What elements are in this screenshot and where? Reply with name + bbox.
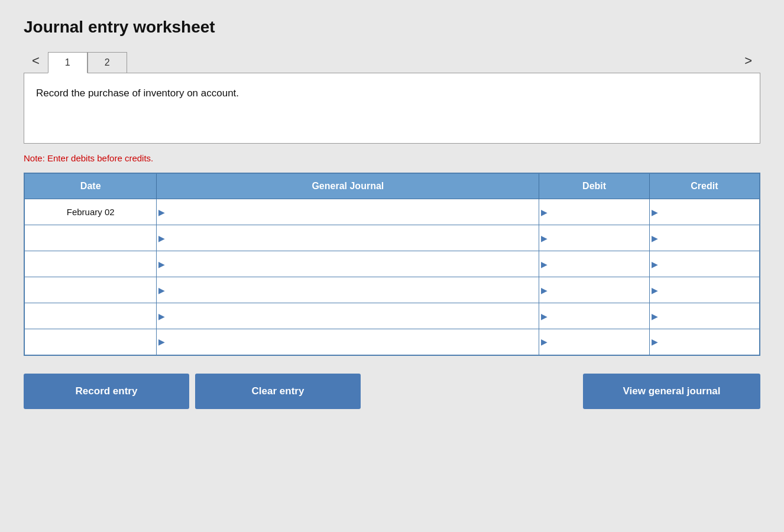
arrow-marker-gj: ▶ [158, 312, 165, 321]
debit-cell-1[interactable]: ▶ [539, 225, 650, 251]
debit-input-0[interactable] [539, 199, 649, 225]
arrow-marker-debit: ▶ [541, 259, 547, 269]
credit-input-0[interactable] [650, 199, 759, 225]
journal-table: Date General Journal Debit Credit Februa… [24, 173, 760, 356]
credit-cell-4[interactable]: ▶ [649, 303, 760, 329]
gj-cell-4[interactable]: ▶ [157, 303, 539, 329]
clear-entry-button[interactable]: Clear entry [195, 374, 361, 409]
credit-input-5[interactable] [650, 329, 759, 355]
arrow-marker-gj: ▶ [158, 259, 165, 269]
date-cell-4 [24, 303, 157, 329]
gj-cell-0[interactable]: ▶ [157, 199, 539, 225]
gj-cell-1[interactable]: ▶ [157, 225, 539, 251]
table-row: ▶▶▶ [24, 303, 760, 329]
tabs-navigation: < 1 2 > [24, 48, 760, 73]
credit-cell-3[interactable]: ▶ [649, 277, 760, 303]
credit-input-4[interactable] [650, 303, 759, 329]
debit-cell-0[interactable]: ▶ [539, 199, 650, 225]
arrow-marker-credit: ▶ [652, 207, 658, 217]
date-cell-2 [24, 251, 157, 277]
gj-input-1[interactable] [157, 225, 539, 251]
record-entry-button[interactable]: Record entry [24, 374, 189, 409]
arrow-marker-debit: ▶ [541, 233, 547, 243]
left-arrow[interactable]: < [24, 48, 48, 73]
debit-input-4[interactable] [539, 303, 649, 329]
arrow-marker-gj: ▶ [158, 337, 165, 346]
debit-input-1[interactable] [539, 225, 649, 251]
arrow-marker-debit: ▶ [541, 312, 547, 321]
arrow-marker-credit: ▶ [652, 337, 658, 346]
col-header-debit: Debit [539, 173, 650, 199]
view-general-journal-button[interactable]: View general journal [583, 374, 760, 409]
table-row: ▶▶▶ [24, 277, 760, 303]
table-row: ▶▶▶ [24, 251, 760, 277]
date-cell-0: February 02 [24, 199, 157, 225]
debit-input-5[interactable] [539, 329, 649, 355]
gj-input-4[interactable] [157, 303, 539, 329]
gj-input-0[interactable] [157, 199, 539, 225]
arrow-marker-gj: ▶ [158, 233, 165, 243]
col-header-general-journal: General Journal [157, 173, 539, 199]
credit-input-1[interactable] [650, 225, 759, 251]
tab-1[interactable]: 1 [48, 52, 88, 73]
debit-cell-4[interactable]: ▶ [539, 303, 650, 329]
gj-cell-2[interactable]: ▶ [157, 251, 539, 277]
gj-input-5[interactable] [157, 329, 539, 355]
gj-input-2[interactable] [157, 251, 539, 277]
right-arrow[interactable]: > [736, 48, 760, 73]
debit-cell-2[interactable]: ▶ [539, 251, 650, 277]
credit-cell-2[interactable]: ▶ [649, 251, 760, 277]
date-cell-1 [24, 225, 157, 251]
gj-cell-5[interactable]: ▶ [157, 329, 539, 355]
debit-cell-3[interactable]: ▶ [539, 277, 650, 303]
table-row: February 02▶▶▶ [24, 199, 760, 225]
credit-input-3[interactable] [650, 277, 759, 303]
arrow-marker-gj: ▶ [158, 207, 165, 217]
description-box: Record the purchase of inventory on acco… [24, 73, 760, 144]
col-header-date: Date [24, 173, 157, 199]
page-title: Journal entry worksheet [24, 18, 760, 37]
tab-2[interactable]: 2 [88, 52, 127, 73]
arrow-marker-credit: ▶ [652, 312, 658, 321]
arrow-marker-credit: ▶ [652, 286, 658, 295]
description-text: Record the purchase of inventory on acco… [36, 87, 239, 99]
arrow-marker-gj: ▶ [158, 286, 165, 295]
credit-input-2[interactable] [650, 251, 759, 277]
credit-cell-1[interactable]: ▶ [649, 225, 760, 251]
arrow-marker-debit: ▶ [541, 337, 547, 346]
debit-input-2[interactable] [539, 251, 649, 277]
note-text: Note: Enter debits before credits. [24, 153, 760, 163]
arrow-marker-credit: ▶ [652, 233, 658, 243]
table-row: ▶▶▶ [24, 225, 760, 251]
arrow-marker-debit: ▶ [541, 286, 547, 295]
arrow-marker-debit: ▶ [541, 207, 547, 217]
credit-cell-5[interactable]: ▶ [649, 329, 760, 355]
col-header-credit: Credit [649, 173, 760, 199]
date-cell-5 [24, 329, 157, 355]
buttons-row: Record entry Clear entry View general jo… [24, 374, 760, 409]
arrow-marker-credit: ▶ [652, 259, 658, 269]
gj-cell-3[interactable]: ▶ [157, 277, 539, 303]
debit-input-3[interactable] [539, 277, 649, 303]
table-row: ▶▶▶ [24, 329, 760, 355]
date-cell-3 [24, 277, 157, 303]
debit-cell-5[interactable]: ▶ [539, 329, 650, 355]
credit-cell-0[interactable]: ▶ [649, 199, 760, 225]
gj-input-3[interactable] [157, 277, 539, 303]
